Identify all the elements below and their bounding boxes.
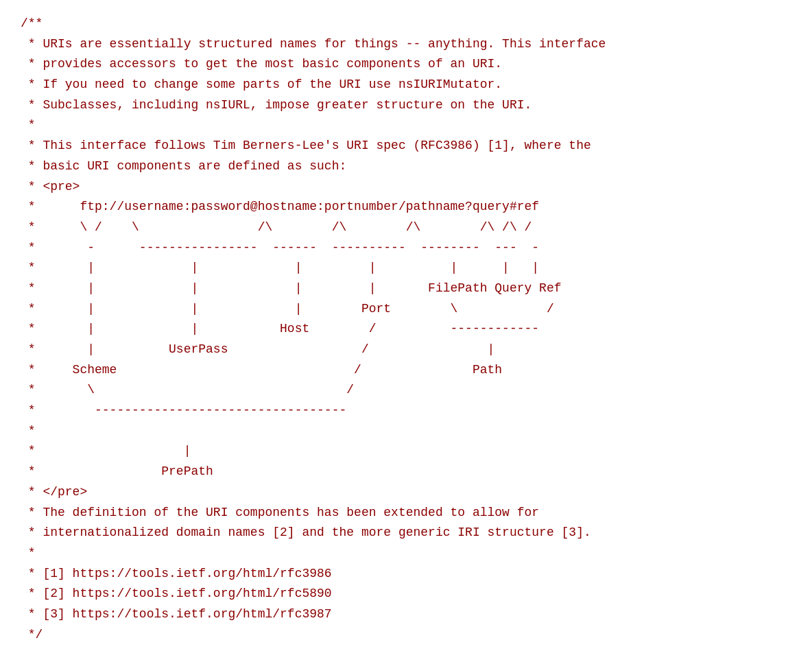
code-comment-block: /** * URIs are essentially structured na… — [21, 14, 791, 645]
